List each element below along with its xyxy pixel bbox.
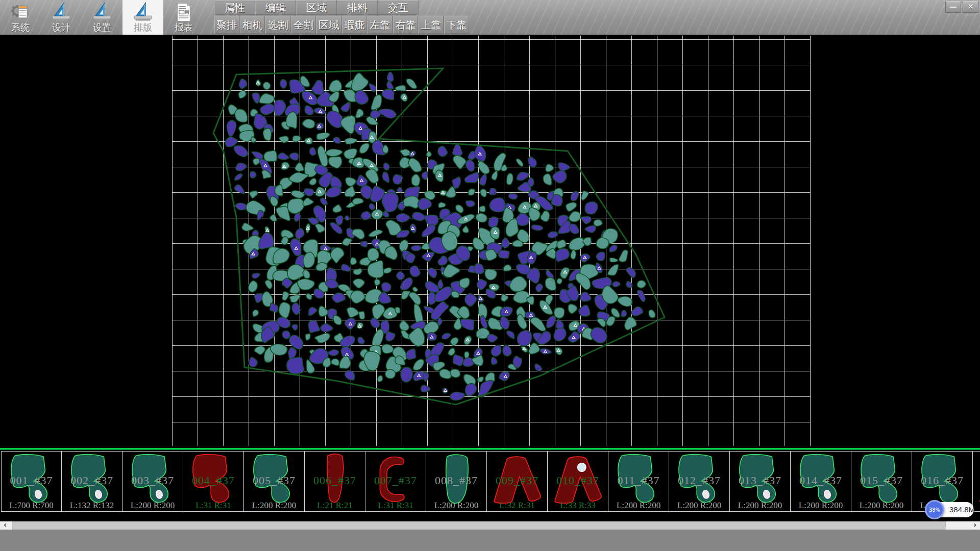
piece-id: 014_#37 — [791, 474, 851, 487]
memory-value: 384.8M — [949, 505, 975, 514]
piece-id: 009_#37 — [487, 474, 547, 487]
piece-id: 017_#37 — [973, 474, 980, 487]
menu-bar: 属性 编辑 区域 排料 交互 — [214, 0, 419, 15]
system-icon — [10, 2, 31, 23]
nesting-icon — [132, 2, 154, 23]
scroll-right-icon[interactable]: › — [970, 521, 980, 530]
piece-lr-count: L:200 R:200 — [730, 500, 790, 511]
tool-cut-all[interactable]: 全割 — [291, 16, 316, 34]
menu-item-nesting[interactable]: 排料 — [337, 0, 378, 15]
nav-section-nesting[interactable]: 排版 — [122, 0, 163, 35]
nav-label: 系统 — [0, 21, 41, 34]
piece-thumbnail[interactable]: 007_#37L:31 R:31 — [365, 452, 426, 511]
piece-id: 003_#37 — [122, 474, 183, 487]
piece-thumbnail[interactable]: 015_#37L:200 R:200 — [851, 452, 912, 511]
piece-id: 016_#37 — [912, 474, 972, 487]
tool-defect[interactable]: 瑕疵 — [342, 16, 367, 34]
piece-lr-count: L:31 R:31 — [365, 500, 426, 511]
piece-lr-count: L:200 R:200 — [426, 500, 486, 511]
piece-thumbnail[interactable]: 002_#37L:132 R:132 — [62, 452, 122, 511]
nav-label: 报表 — [163, 21, 204, 34]
nav-section-design[interactable]: 设计 — [41, 0, 82, 35]
piece-filmstrip: 001_#37L:700 R:700002_#37L:132 R:132003_… — [1, 451, 980, 512]
piece-thumbnail[interactable]: 012_#37L:200 R:200 — [669, 452, 730, 511]
piece-thumbnail[interactable]: 009_#37L:32 R:31 — [487, 452, 548, 511]
piece-id: 011_#37 — [608, 474, 669, 487]
piece-id: 005_#37 — [244, 474, 304, 487]
tool-snap-right[interactable]: 右靠 — [393, 16, 418, 34]
piece-lr-count: L:200 R:200 — [244, 500, 304, 511]
piece-lr-count: L:31 R:31 — [183, 500, 243, 511]
tool-snap-down[interactable]: 下靠 — [444, 16, 469, 34]
report-icon — [173, 2, 194, 23]
menu-item-properties[interactable]: 属性 — [214, 0, 255, 15]
piece-thumbnail[interactable]: 001_#37L:700 R:700 — [1, 452, 62, 511]
piece-lr-count: L:32 R:31 — [487, 500, 547, 511]
piece-id: 015_#37 — [851, 474, 912, 487]
piece-thumbnail[interactable]: 011_#37L:200 R:200 — [608, 452, 669, 511]
nav-section-settings[interactable]: 设置 — [82, 0, 122, 35]
nav-label: 设置 — [82, 21, 122, 34]
main-nav: 系统 设计 设置 — [0, 0, 204, 35]
piece-lr-count: L:200 R:200 — [608, 500, 669, 511]
piece-thumbnail[interactable]: 013_#37L:200 R:200 — [730, 452, 791, 511]
tool-region[interactable]: 区域 — [316, 16, 341, 34]
horizontal-scrollbar[interactable]: ‹ › — [0, 521, 980, 530]
piece-lr-count: L:21 R:21 — [305, 500, 365, 511]
window-bottom-margin — [0, 530, 980, 551]
title-bar: 系统 设计 设置 — [0, 0, 980, 35]
piece-id: 010_#37 — [548, 474, 608, 487]
nav-section-system[interactable]: 系统 — [0, 0, 41, 35]
piece-thumbnail[interactable]: 010_#37L:33 R:33 — [548, 452, 608, 511]
tool-snap-up[interactable]: 上靠 — [419, 16, 444, 34]
piece-id: 004_#37 — [183, 474, 243, 487]
tool-camera[interactable]: 相机 — [240, 16, 265, 34]
menu-item-edit[interactable]: 编辑 — [255, 0, 296, 15]
piece-lr-count: L:200 R:200 — [851, 500, 912, 511]
piece-id: 001_#37 — [2, 474, 61, 487]
progress-percent: 38% — [929, 507, 940, 513]
tool-cluster-nest[interactable]: 聚排 — [214, 16, 239, 34]
piece-lr-count: L:132 R:132 — [62, 500, 122, 511]
piece-id: 013_#37 — [730, 474, 790, 487]
menu-item-interaction[interactable]: 交互 — [378, 0, 419, 15]
tool-snap-left[interactable]: 左靠 — [368, 16, 393, 34]
scroll-left-icon[interactable]: ‹ — [0, 521, 10, 530]
progress-circle: 38% — [925, 500, 944, 519]
piece-thumbnail[interactable]: 006_#37L:21 R:21 — [305, 452, 365, 511]
nesting-canvas[interactable] — [0, 35, 980, 448]
minimize-button[interactable]: — — [945, 1, 961, 13]
settings-icon — [91, 2, 113, 23]
piece-thumbnail[interactable]: 005_#37L:200 R:200 — [244, 452, 305, 511]
nav-section-report[interactable]: 报表 — [163, 0, 204, 35]
piece-id: 012_#37 — [669, 474, 729, 487]
design-icon — [51, 2, 72, 23]
window-controls: — ✕ — [945, 1, 978, 13]
piece-id: 006_#37 — [305, 474, 365, 487]
piece-thumbnail[interactable]: 017_#37 — [973, 452, 980, 511]
nav-label: 设计 — [41, 21, 82, 34]
app-window: 系统 设计 设置 — [0, 0, 980, 551]
piece-lr-count: L:200 R:200 — [122, 500, 183, 511]
tool-bar: 聚排 相机 选割 全割 区域 瑕疵 左靠 右靠 上靠 下靠 — [214, 16, 470, 34]
piece-thumbnail[interactable]: 004_#37L:31 R:31 — [183, 452, 244, 511]
piece-lr-count: L:700 R:700 — [2, 500, 61, 511]
piece-thumbnail[interactable]: 014_#37L:200 R:200 — [791, 452, 851, 511]
piece-id: 008_#37 — [426, 474, 486, 487]
piece-thumbnail[interactable]: 008_#37L:200 R:200 — [426, 452, 487, 511]
piece-id: 007_#37 — [365, 474, 426, 487]
menu-item-region[interactable]: 区域 — [296, 0, 337, 15]
close-button[interactable]: ✕ — [963, 1, 978, 13]
tool-select-cut[interactable]: 选割 — [265, 16, 290, 34]
piece-lr-count: L:33 R:33 — [548, 500, 608, 511]
piece-thumbnail[interactable]: 003_#37L:200 R:200 — [122, 452, 183, 511]
piece-lr-count: L:200 R:200 — [669, 500, 729, 511]
piece-lr-count: L:200 R:200 — [791, 500, 851, 511]
strip-top-line-shadow — [0, 449, 980, 450]
nav-label: 排版 — [122, 21, 163, 34]
scrollbar-thumb[interactable] — [12, 521, 946, 530]
piece-id: 002_#37 — [62, 474, 122, 487]
